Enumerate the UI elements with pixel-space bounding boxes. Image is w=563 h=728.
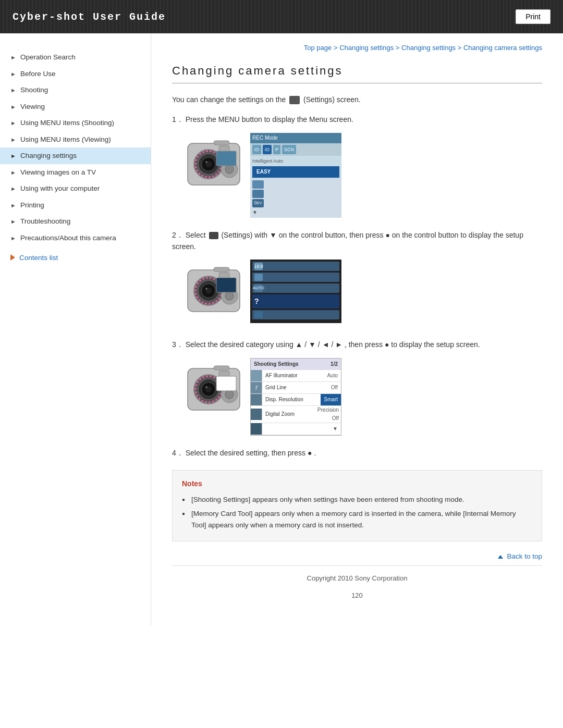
sidebar-item-10[interactable]: ►Troubleshooting [0,213,151,230]
breadcrumb-top[interactable]: Top page [304,44,332,52]
step-4-text: Select the desired setting, then press ●… [186,449,316,457]
svg-rect-20 [214,267,229,272]
sidebar-item-label: Using with your computer [20,184,100,193]
camera-svg-2 [182,260,245,327]
step-2: 2． Select (Settings) with ▼ on the contr… [172,229,542,328]
sidebar-item-6[interactable]: ►Changing settings [0,147,151,164]
step-3-number: 3． [172,340,183,349]
note-item-1: [Shooting Settings] appears only when se… [182,494,532,505]
sidebar-item-11[interactable]: ►Precautions/About this camera [0,230,151,246]
sidebar-item-label: Troubleshooting [20,217,70,226]
step-3-image: Shooting Settings 1/2 AF Illuminator Aut… [182,358,542,436]
back-to-top-link[interactable]: Back to top [498,552,542,560]
svg-point-10 [225,165,234,174]
svg-point-17 [205,288,207,290]
svg-rect-35 [216,376,236,391]
svg-rect-32 [214,366,229,370]
step-1: 1． Press the MENU button to display the … [172,114,542,217]
sidebar-item-label: Changing settings [20,151,77,161]
svg-point-29 [205,386,207,388]
app-title: Cyber-shot User Guide [13,11,166,23]
step-1-image: REC Mode iO iO P SCN Intelligent Auto EA… [182,133,542,218]
sidebar-arrow-icon: ► [10,136,16,143]
sidebar-item-0[interactable]: ►Operation Search [0,49,151,66]
sidebar-item-label: Shooting [20,85,48,95]
step-3: 3． Select the desired category using ▲ /… [172,339,542,435]
sidebar-item-3[interactable]: ►Viewing [0,98,151,115]
sidebar-item-9[interactable]: ►Printing [0,197,151,214]
sidebar-arrow-icon: ► [10,54,16,61]
settings-screen-3: Shooting Settings 1/2 AF Illuminator Aut… [250,358,341,436]
svg-point-22 [225,292,234,300]
sidebar-item-8[interactable]: ►Using with your computer [0,180,151,197]
sidebar-arrow-icon: ► [10,70,16,78]
sidebar-item-label: Printing [20,201,44,210]
contents-list-link[interactable]: Contents list [0,246,151,265]
step-2-text: Select (Settings) with ▼ on the control … [172,231,523,251]
arrow-right-icon [10,254,15,261]
sidebar-item-5[interactable]: ►Using MENU items (Viewing) [0,131,151,148]
sidebar-arrow-icon: ► [10,103,16,110]
sidebar-item-1[interactable]: ►Before Use [0,66,151,82]
header: Cyber-shot User Guide Print [0,0,563,33]
content-area: Top page > Changing settings > Changing … [151,33,563,625]
sidebar-item-label: Precautions/About this camera [20,233,116,243]
sidebar-arrow-icon: ► [10,202,16,209]
sidebar-item-7[interactable]: ►Viewing images on a TV [0,164,151,181]
camera-svg-1 [182,133,245,201]
intro-text: You can change the settings on the (Sett… [172,94,542,105]
contents-list-label: Contents list [19,254,58,262]
svg-point-5 [205,161,207,163]
sidebar-item-label: Before Use [20,69,56,79]
footer: Copyright 2010 Sony Corporation [172,565,542,586]
page-title: Changing camera settings [172,64,542,83]
svg-point-34 [225,390,234,399]
notes-list: [Shooting Settings] appears only when se… [182,494,532,531]
settings-icon-inline [289,96,300,104]
svg-rect-11 [216,151,236,166]
sidebar-item-label: Using MENU items (Viewing) [20,135,111,144]
sidebar-arrow-icon: ► [10,185,16,192]
sidebar: ►Operation Search►Before Use►Shooting►Vi… [0,33,151,625]
step-4-number: 4． [172,449,183,457]
sidebar-item-label: Viewing [20,102,45,112]
back-to-top: Back to top [172,552,542,560]
breadcrumb: Top page > Changing settings > Changing … [172,44,542,52]
page-number: 120 [172,586,542,610]
camera-svg-3 [182,358,245,426]
sidebar-arrow-icon: ► [10,119,16,127]
triangle-up-icon [498,555,503,559]
main-layout: ►Operation Search►Before Use►Shooting►Vi… [0,33,563,625]
svg-rect-8 [214,141,229,145]
notes-title: Notes [182,478,532,489]
step-1-number: 1． [172,115,183,124]
sidebar-arrow-icon: ► [10,218,16,225]
sidebar-item-label: Operation Search [20,53,76,62]
menu-screen-1: REC Mode iO iO P SCN Intelligent Auto EA… [250,133,341,218]
sidebar-arrow-icon: ► [10,235,16,242]
breadcrumb-changing-camera-settings[interactable]: Changing camera settings [463,44,542,52]
svg-rect-23 [216,278,236,292]
note-item-2: [Memory Card Tool] appears only when a m… [182,508,532,530]
sidebar-arrow-icon: ► [10,152,16,159]
print-button[interactable]: Print [516,9,550,24]
back-to-top-label: Back to top [507,552,542,560]
step-1-text: Press the MENU button to display the Men… [186,115,353,124]
copyright: Copyright 2010 Sony Corporation [307,574,408,582]
sidebar-arrow-icon: ► [10,87,16,94]
step-2-image: 16:9 AUTO ? [182,260,542,327]
sidebar-item-label: Using MENU items (Shooting) [20,118,114,128]
breadcrumb-changing-settings-2[interactable]: Changing settings [401,44,456,52]
sidebar-item-4[interactable]: ►Using MENU items (Shooting) [0,115,151,131]
setup-screen-2: 16:9 AUTO ? [250,260,341,323]
sidebar-item-label: Viewing images on a TV [20,168,96,177]
step-3-text: Select the desired category using ▲ / ▼ … [186,340,480,349]
step-4: 4． Select the desired setting, then pres… [172,447,542,459]
sidebar-arrow-icon: ► [10,169,16,176]
sidebar-item-2[interactable]: ►Shooting [0,82,151,98]
step-2-number: 2． [172,231,183,239]
notes-box: Notes [Shooting Settings] appears only w… [172,470,542,541]
breadcrumb-changing-settings-1[interactable]: Changing settings [339,44,394,52]
